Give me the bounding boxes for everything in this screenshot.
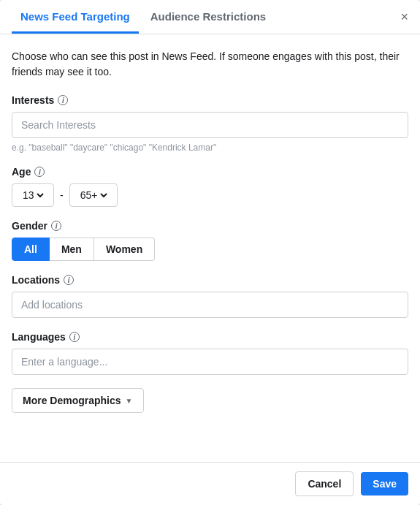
age-max-dropdown[interactable]: 65+ 13 14 15 16 17 18 21 25 35 45 55 65: [77, 189, 110, 202]
age-label: Age i: [12, 166, 408, 178]
gender-label: Gender i: [12, 220, 408, 232]
interests-hint: e.g. "baseball" "daycare" "chicago" "Ken…: [12, 143, 408, 153]
close-button[interactable]: ×: [400, 10, 408, 23]
languages-input[interactable]: [12, 349, 408, 375]
more-demographics-section: More Demographics ▼: [12, 388, 408, 413]
interests-input[interactable]: [12, 112, 408, 138]
gender-info-icon[interactable]: i: [51, 221, 61, 231]
more-demographics-label: More Demographics: [23, 395, 121, 406]
tab-audience-restrictions[interactable]: Audience Restrictions: [142, 0, 275, 34]
age-info-icon[interactable]: i: [34, 167, 45, 177]
locations-info-icon[interactable]: i: [64, 275, 74, 285]
gender-men-button[interactable]: Men: [50, 238, 94, 261]
age-min-dropdown[interactable]: 13 14 15 16 17 18 21 25 35 45 55 65: [20, 189, 46, 202]
modal: News Feed Targeting Audience Restriction…: [0, 0, 420, 505]
cancel-button[interactable]: Cancel: [295, 471, 354, 496]
tab-news-feed-targeting[interactable]: News Feed Targeting: [12, 0, 139, 34]
age-row: 13 14 15 16 17 18 21 25 35 45 55 65 -: [12, 183, 408, 207]
gender-all-button[interactable]: All: [12, 238, 50, 261]
gender-buttons: All Men Women: [12, 238, 408, 261]
chevron-down-icon: ▼: [126, 397, 133, 405]
interests-info-icon[interactable]: i: [58, 95, 68, 105]
locations-label: Locations i: [12, 274, 408, 286]
modal-header: News Feed Targeting Audience Restriction…: [0, 0, 420, 34]
age-max-select[interactable]: 65+ 13 14 15 16 17 18 21 25 35 45 55 65: [69, 183, 118, 207]
interests-section: Interests i e.g. "baseball" "daycare" "c…: [12, 94, 408, 153]
languages-label: Languages i: [12, 331, 408, 343]
save-button[interactable]: Save: [361, 472, 408, 495]
locations-section: Locations i: [12, 274, 408, 318]
modal-body: Choose who can see this post in News Fee…: [0, 34, 420, 462]
modal-footer: Cancel Save: [0, 462, 420, 505]
gender-section: Gender i All Men Women: [12, 220, 408, 261]
locations-input[interactable]: [12, 292, 408, 318]
interests-label: Interests i: [12, 94, 408, 106]
languages-section: Languages i: [12, 331, 408, 375]
languages-info-icon[interactable]: i: [69, 332, 80, 342]
gender-women-button[interactable]: Women: [94, 238, 155, 261]
age-min-select[interactable]: 13 14 15 16 17 18 21 25 35 45 55 65: [12, 183, 54, 207]
description-text: Choose who can see this post in News Fee…: [12, 49, 408, 80]
age-section: Age i 13 14 15 16 17 18 21 25 35 45: [12, 166, 408, 207]
more-demographics-button[interactable]: More Demographics ▼: [12, 388, 144, 413]
age-dash: -: [60, 189, 64, 201]
